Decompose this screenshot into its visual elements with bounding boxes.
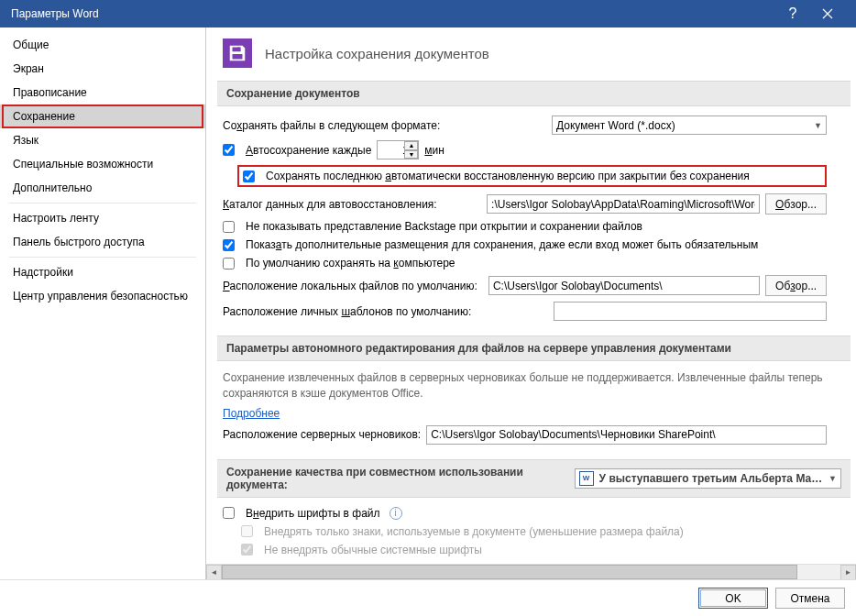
embed-subset-label: Внедрять только знаки, используемые в до… (264, 525, 684, 538)
keep-last-autosave-checkbox[interactable] (243, 170, 255, 182)
scroll-left-button[interactable]: ◄ (206, 565, 222, 579)
embed-subset-checkbox (241, 525, 253, 537)
sidebar-separator (9, 257, 196, 258)
window-title: Параметры Word (7, 7, 779, 20)
ok-button[interactable]: OK (698, 588, 768, 609)
default-template-input[interactable] (554, 302, 827, 321)
spin-up[interactable]: ▲ (404, 141, 418, 150)
server-drafts-label: Расположение серверных черновиков: (223, 428, 421, 441)
no-system-fonts-checkbox (241, 544, 253, 556)
nav-addins[interactable]: Надстройки (0, 260, 205, 284)
nav-trust[interactable]: Центр управления безопасностью (0, 284, 205, 308)
svg-rect-0 (237, 48, 240, 51)
content-pane: Настройка сохранения документов Сохранен… (206, 28, 856, 579)
no-backstage-label: Не показывать представление Backstage пр… (246, 220, 642, 233)
save-format-combo[interactable]: Документ Word (*.docx) ▼ (552, 116, 827, 135)
nav-general[interactable]: Общие (0, 33, 205, 57)
word-doc-icon: W (579, 471, 594, 486)
autorecover-path-input[interactable] (487, 194, 760, 214)
nav-proofing[interactable]: Правописание (0, 81, 205, 104)
close-button[interactable] (807, 0, 849, 28)
no-system-fonts-label: Не внедрять обычные системные шрифты (264, 544, 482, 556)
nav-advanced[interactable]: Дополнительно (0, 176, 205, 200)
embed-fonts-checkbox[interactable] (223, 507, 235, 519)
nav-ribbon[interactable]: Настроить ленту (0, 206, 205, 230)
group-share-quality: Сохранение качества при совместном испол… (217, 459, 851, 498)
show-places-label: Показать дополнительные размещения для с… (246, 238, 758, 251)
help-button[interactable]: ? (779, 0, 807, 28)
embed-fonts-label: Внедрить шрифты в файл (246, 507, 380, 520)
scroll-right-button[interactable]: ► (840, 565, 856, 579)
category-sidebar: Общие Экран Правописание Сохранение Язык… (0, 28, 206, 579)
dialog-button-bar: OK Отмена (0, 579, 856, 616)
save-local-label: По умолчанию сохранять на компьютере (246, 257, 455, 270)
nav-language[interactable]: Язык (0, 128, 205, 152)
show-places-checkbox[interactable] (223, 239, 235, 251)
save-format-label: Сохранять файлы в следующем формате: (223, 119, 440, 132)
autorecover-browse-button[interactable]: ОбОбзор...зор... (765, 193, 827, 214)
offline-note: Сохранение извлеченных файлов в серверны… (223, 370, 827, 402)
chevron-down-icon: ▼ (814, 121, 822, 130)
nav-save[interactable]: Сохранение (0, 104, 205, 128)
no-backstage-checkbox[interactable] (223, 221, 235, 233)
document-selector-combo[interactable]: W У выступавшего третьим Альберта Макси.… (575, 468, 841, 489)
chevron-down-icon: ▼ (829, 474, 837, 483)
offline-more-link[interactable]: Подробнее (223, 407, 280, 420)
scroll-thumb[interactable] (222, 565, 797, 579)
save-section-icon (223, 38, 252, 68)
keep-last-autosave-label: Сохранять последнюю автоматически восста… (266, 170, 750, 182)
title-bar: Параметры Word ? (0, 0, 856, 28)
cancel-button[interactable]: Отмена (775, 588, 845, 609)
default-local-browse-button[interactable]: Обзор... (765, 275, 827, 296)
group-offline-edit: Параметры автономного редактирования для… (217, 336, 851, 361)
spin-down[interactable]: ▼ (404, 150, 418, 160)
sidebar-separator (9, 203, 196, 204)
autorecover-path-label: Каталог данных для автовосстановления: (223, 198, 437, 211)
autosave-checkbox[interactable] (223, 144, 235, 156)
page-heading: Настройка сохранения документов (265, 46, 489, 61)
nav-accessibility[interactable]: Специальные возможности (0, 152, 205, 176)
nav-qat[interactable]: Панель быстрого доступа (0, 230, 205, 254)
info-icon[interactable]: i (390, 507, 402, 520)
default-local-label: Расположение локальных файлов по умолчан… (223, 280, 477, 292)
default-template-label: Расположение личных шаблонов по умолчани… (223, 305, 471, 318)
nav-display[interactable]: Экран (0, 57, 205, 81)
autosave-label: Автосохранение каждые (246, 144, 371, 157)
save-local-checkbox[interactable] (223, 258, 235, 270)
autosave-unit: мин (424, 144, 444, 157)
group-save-documents: Сохранение документов (217, 81, 851, 106)
default-local-input[interactable] (488, 276, 760, 295)
server-drafts-input[interactable] (426, 425, 827, 445)
horizontal-scrollbar[interactable]: ◄ ► (206, 564, 856, 579)
